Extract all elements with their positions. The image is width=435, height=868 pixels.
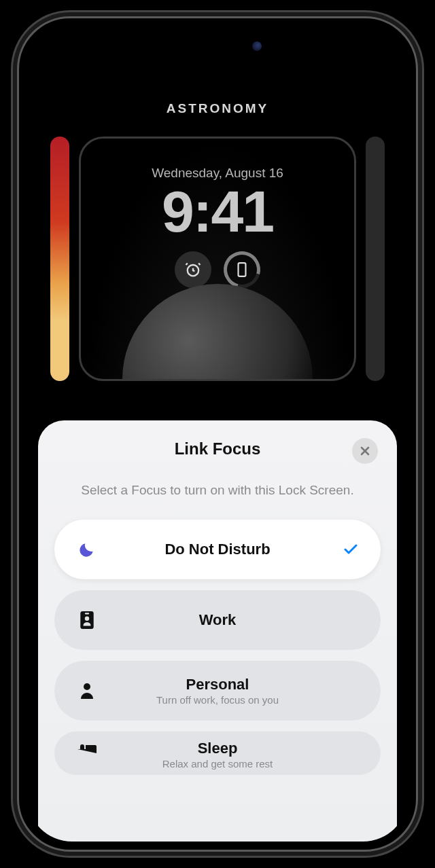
svg-rect-1 bbox=[239, 263, 246, 276]
alarm-icon bbox=[184, 260, 203, 279]
focus-option-do-not-disturb[interactable]: Do Not Disturb bbox=[54, 520, 381, 579]
focus-option-subtitle: Relax and get some rest bbox=[99, 758, 336, 770]
close-button[interactable] bbox=[352, 438, 378, 464]
sheet-description: Select a Focus to turn on with this Lock… bbox=[54, 482, 381, 499]
screen: ASTRONOMY Wednesday, August 16 9:41 bbox=[27, 26, 408, 842]
focus-option-label: Sleep bbox=[99, 740, 336, 757]
person-icon bbox=[79, 682, 95, 700]
moon-graphic bbox=[122, 284, 313, 381]
phone-icon bbox=[237, 261, 247, 278]
svg-point-3 bbox=[85, 616, 89, 620]
wallpaper-carousel[interactable]: Wednesday, August 16 9:41 bbox=[27, 137, 408, 381]
moon-icon bbox=[78, 541, 96, 558]
focus-option-subtitle: Turn off work, focus on you bbox=[99, 694, 336, 706]
dynamic-island bbox=[167, 32, 268, 60]
svg-rect-4 bbox=[85, 613, 89, 614]
focus-option-label: Do Not Disturb bbox=[99, 541, 336, 558]
bed-icon bbox=[76, 740, 98, 755]
checkmark-icon bbox=[343, 541, 359, 558]
focus-option-work[interactable]: Work bbox=[54, 590, 381, 650]
lockscreen-time: 9:41 bbox=[81, 182, 354, 240]
close-icon bbox=[360, 446, 370, 456]
badge-icon bbox=[80, 611, 94, 630]
focus-option-sleep[interactable]: Sleep Relax and get some rest bbox=[54, 731, 381, 775]
wallpaper-preview-prev[interactable] bbox=[50, 137, 69, 381]
focus-option-personal[interactable]: Personal Turn off work, focus on you bbox=[54, 661, 381, 721]
wallpaper-category-title: ASTRONOMY bbox=[27, 101, 408, 116]
wallpaper-preview-next[interactable] bbox=[366, 137, 385, 381]
device-frame: ASTRONOMY Wednesday, August 16 9:41 bbox=[17, 16, 418, 852]
sheet-title: Link Focus bbox=[54, 439, 381, 458]
focus-option-label: Work bbox=[99, 611, 336, 629]
alarm-widget bbox=[175, 251, 211, 288]
wallpaper-preview-current[interactable]: Wednesday, August 16 9:41 bbox=[79, 137, 356, 381]
link-focus-sheet: Link Focus Select a Focus to turn on wit… bbox=[38, 420, 397, 842]
focus-option-label: Personal bbox=[99, 676, 336, 693]
svg-point-5 bbox=[84, 683, 90, 690]
